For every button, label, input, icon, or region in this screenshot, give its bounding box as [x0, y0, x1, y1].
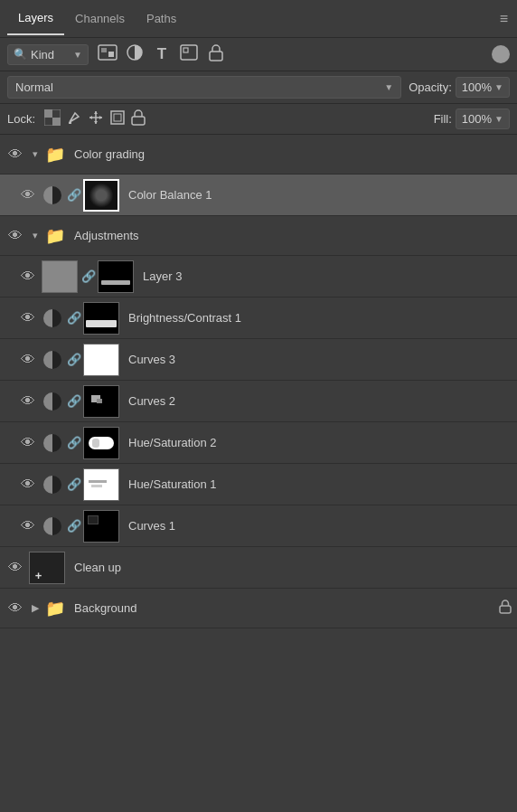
- layer-row[interactable]: 👁 🔗 Layer 3: [0, 256, 517, 297]
- adjustment-filter-icon[interactable]: [125, 43, 145, 65]
- opacity-input[interactable]: 100% ▼: [456, 77, 510, 98]
- tab-channels[interactable]: Channels: [64, 3, 136, 34]
- layer-row[interactable]: 👁 ▾ 📁 Adjustments: [0, 216, 517, 256]
- layer-thumbnail: [83, 468, 119, 501]
- chain-icon[interactable]: 🔗: [67, 353, 80, 366]
- group-expand-chevron[interactable]: ▶: [29, 602, 42, 614]
- svg-rect-2: [108, 52, 114, 57]
- layer-thumbnail: [83, 302, 119, 335]
- lock-icons: [44, 109, 146, 128]
- visibility-icon[interactable]: 👁: [18, 187, 38, 203]
- group-expand-chevron[interactable]: ▾: [29, 230, 42, 241]
- chain-icon[interactable]: 🔗: [67, 188, 80, 202]
- adjustment-layer-icon: [43, 392, 61, 411]
- blend-mode-select[interactable]: Normal ▼: [7, 76, 401, 99]
- svg-rect-7: [44, 109, 52, 118]
- chain-icon[interactable]: 🔗: [67, 311, 80, 325]
- layer-name: Layer 3: [137, 269, 512, 283]
- layer-row[interactable]: 👁 🔗 Hue/Saturation 1: [0, 464, 517, 505]
- visibility-icon[interactable]: 👁: [5, 560, 25, 576]
- chain-icon[interactable]: 🔗: [67, 519, 80, 533]
- group-folder-icon: 📁: [45, 226, 65, 246]
- layer-row[interactable]: 👁 🔗 Color Balance 1: [0, 175, 517, 216]
- lock-image-icon[interactable]: [66, 109, 82, 128]
- group-folder-icon: 📁: [45, 599, 65, 618]
- visibility-icon[interactable]: 👁: [18, 477, 38, 493]
- lock-artboard-icon[interactable]: [109, 109, 126, 128]
- tab-bar: Layers Channels Paths ≡: [0, 0, 517, 38]
- layer-thumbnail: [83, 510, 119, 543]
- lock-all-icon[interactable]: [131, 109, 146, 128]
- layer-row[interactable]: 👁 ▾ 📁 Color grading: [0, 135, 517, 175]
- group-expand-chevron[interactable]: ▾: [29, 148, 42, 160]
- layer-name: Color grading: [69, 147, 512, 161]
- visibility-icon[interactable]: 👁: [18, 518, 38, 534]
- visibility-icon[interactable]: 👁: [18, 310, 38, 326]
- lock-position-icon[interactable]: [88, 109, 104, 128]
- svg-rect-18: [114, 114, 121, 121]
- svg-rect-17: [111, 111, 124, 124]
- layer-name: Curves 2: [123, 394, 512, 408]
- fill-input[interactable]: 100% ▼: [456, 109, 510, 129]
- visibility-icon[interactable]: 👁: [5, 228, 25, 244]
- visibility-icon[interactable]: 👁: [18, 435, 38, 451]
- chain-icon[interactable]: 🔗: [67, 394, 80, 408]
- opacity-label: Opacity:: [409, 80, 452, 94]
- opacity-arrow: ▼: [494, 82, 503, 92]
- layer-name: Clean up: [69, 561, 512, 574]
- adjustment-layer-icon: [43, 309, 61, 327]
- svg-marker-15: [89, 116, 92, 119]
- layer-mask-thumbnail: [98, 260, 134, 293]
- visibility-icon[interactable]: 👁: [18, 269, 38, 285]
- svg-marker-16: [99, 116, 102, 119]
- layer-row[interactable]: 👁 🔗 Curves 1: [0, 505, 517, 547]
- layer-thumbnail: +: [29, 552, 65, 584]
- svg-marker-13: [94, 111, 98, 114]
- visibility-icon[interactable]: 👁: [18, 393, 38, 410]
- adjustment-layer-icon: [43, 186, 61, 204]
- layer-name: Background: [69, 601, 495, 615]
- svg-rect-20: [500, 606, 511, 613]
- chain-icon[interactable]: 🔗: [67, 477, 80, 491]
- fill-value-text: 100%: [462, 112, 492, 126]
- pixel-filter-icon[interactable]: [98, 44, 118, 64]
- svg-rect-6: [210, 52, 222, 61]
- shape-filter-icon[interactable]: [179, 44, 199, 64]
- tab-paths[interactable]: Paths: [136, 3, 187, 34]
- group-folder-icon: 📁: [45, 145, 65, 165]
- layer-thumbnail: [83, 385, 119, 418]
- layers-list: 👁 ▾ 📁 Color grading 👁 🔗 Color Balance 1 …: [0, 135, 517, 628]
- adjustment-layer-icon: [43, 517, 61, 535]
- visibility-icon[interactable]: 👁: [18, 352, 38, 368]
- lock-row: Lock:: [0, 104, 517, 135]
- layer-row[interactable]: 👁 ▶ 📁 Background: [0, 589, 517, 628]
- panel-menu-icon[interactable]: ≡: [500, 11, 508, 27]
- layer-row[interactable]: 👁 🔗 Curves 3: [0, 339, 517, 381]
- tab-layers[interactable]: Layers: [7, 2, 64, 35]
- visibility-icon[interactable]: 👁: [5, 146, 25, 163]
- search-icon: 🔍: [14, 48, 27, 61]
- adjustment-layer-icon: [43, 351, 61, 369]
- kind-dropdown-arrow: ▼: [73, 50, 82, 60]
- blend-row: Normal ▼ Opacity: 100% ▼: [0, 71, 517, 104]
- opacity-group: Opacity: 100% ▼: [409, 77, 510, 98]
- layer-lock-icon: [499, 600, 512, 617]
- kind-select[interactable]: 🔍 Kind ▼: [7, 44, 89, 65]
- visibility-icon[interactable]: 👁: [5, 600, 25, 617]
- layer-name: Curves 1: [123, 519, 512, 533]
- text-filter-icon[interactable]: T: [152, 45, 172, 63]
- smart-filter-icon[interactable]: [206, 43, 226, 65]
- svg-rect-8: [52, 118, 61, 126]
- lock-transparency-icon[interactable]: [44, 109, 61, 128]
- blend-mode-arrow: ▼: [384, 82, 393, 92]
- adjustment-layer-icon: [43, 434, 61, 452]
- layer-row[interactable]: 👁 🔗 Hue/Saturation 2: [0, 422, 517, 464]
- layer-row[interactable]: 👁 🔗 Curves 2: [0, 381, 517, 422]
- kind-label: Kind: [31, 48, 70, 61]
- chain-icon[interactable]: 🔗: [67, 436, 80, 449]
- layer-row[interactable]: 👁 🔗 Brightness/Contrast 1: [0, 297, 517, 339]
- layer-row[interactable]: 👁 + Clean up: [0, 547, 517, 589]
- chain-icon[interactable]: 🔗: [81, 269, 94, 283]
- filter-toggle[interactable]: [492, 45, 510, 63]
- layer-name: Hue/Saturation 1: [123, 477, 512, 491]
